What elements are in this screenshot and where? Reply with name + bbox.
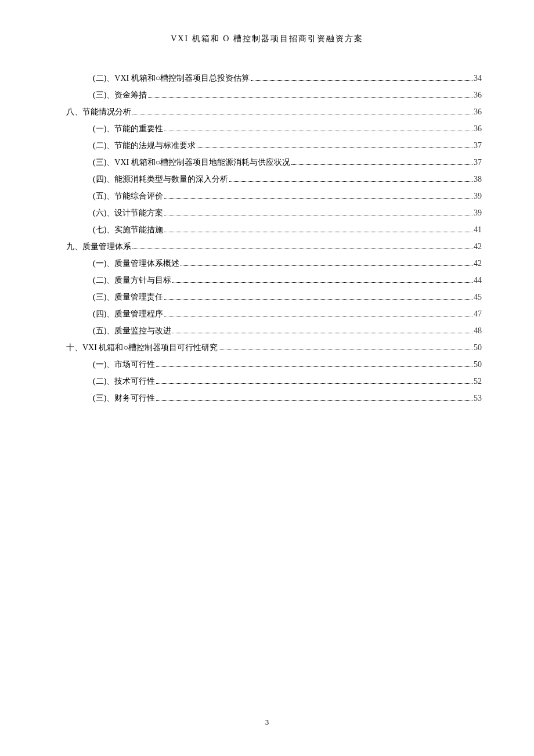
toc-entry-page: 39 — [474, 208, 482, 218]
toc-entry-label: 八、节能情况分析 — [66, 107, 131, 117]
toc-leader-dots — [132, 249, 472, 249]
toc-entry: (一)、市场可行性50 — [52, 359, 482, 370]
toc-entry-page: 36 — [474, 124, 482, 134]
toc-entry: (四)、质量管理程序47 — [52, 309, 482, 319]
toc-entry-label: (一)、节能的重要性 — [93, 124, 163, 134]
toc-entry: (二)、质量方针与目标44 — [52, 275, 482, 286]
toc-entry: (二)、节能的法规与标准要求37 — [52, 141, 482, 151]
toc-leader-dots — [164, 316, 472, 316]
toc-entry-page: 39 — [474, 192, 482, 201]
toc-entry-page: 38 — [474, 175, 482, 184]
toc-leader-dots — [164, 198, 472, 199]
toc-leader-dots — [172, 282, 472, 283]
toc-entry: 十、VXI 机箱和○槽控制器项目可行性研究50 — [52, 343, 482, 353]
toc-leader-dots — [156, 400, 472, 401]
toc-leader-dots — [181, 265, 472, 266]
toc-entry: (三)、资金筹措36 — [52, 90, 482, 100]
toc-entry-label: (三)、VXI 机箱和○槽控制器项目地能源消耗与供应状况 — [93, 157, 290, 168]
page-number: 3 — [265, 718, 269, 726]
toc-leader-dots — [197, 147, 472, 148]
toc-entry-page: 34 — [474, 74, 482, 83]
page-header: VXI 机箱和 O 槽控制器项目招商引资融资方案 — [0, 0, 534, 44]
toc-entry-label: (五)、质量监控与改进 — [93, 326, 171, 336]
toc-entry: (五)、质量监控与改进48 — [52, 326, 482, 336]
toc-entry-label: (六)、设计节能方案 — [93, 208, 163, 218]
toc-entry: 八、节能情况分析36 — [52, 107, 482, 117]
toc-leader-dots — [164, 131, 472, 131]
toc-entry-page: 41 — [474, 225, 482, 235]
toc-entry-label: 九、质量管理体系 — [66, 242, 131, 252]
toc-entry-page: 48 — [474, 326, 482, 336]
toc-leader-dots — [219, 350, 472, 350]
toc-entry: (三)、质量管理责任45 — [52, 292, 482, 303]
toc-entry-page: 37 — [474, 141, 482, 150]
toc-leader-dots — [291, 164, 472, 165]
toc-leader-dots — [164, 299, 472, 300]
toc-entry: (七)、实施节能措施41 — [52, 225, 482, 235]
toc-entry: (一)、质量管理体系概述42 — [52, 258, 482, 269]
toc-leader-dots — [132, 114, 472, 114]
toc-entry-label: (二)、节能的法规与标准要求 — [93, 141, 196, 151]
toc-leader-dots — [164, 232, 472, 232]
toc-leader-dots — [148, 97, 472, 98]
toc-entry: (三)、VXI 机箱和○槽控制器项目地能源消耗与供应状况37 — [52, 157, 482, 168]
toc-entry-label: (四)、质量管理程序 — [93, 309, 163, 319]
toc-entry: (二)、技术可行性52 — [52, 376, 482, 387]
toc-entry-page: 50 — [474, 360, 482, 369]
toc-entry-page: 42 — [474, 242, 482, 251]
toc-entry-label: 十、VXI 机箱和○槽控制器项目可行性研究 — [66, 343, 218, 353]
toc-leader-dots — [251, 80, 472, 81]
table-of-contents: (二)、VXI 机箱和○槽控制器项目总投资估算34(三)、资金筹措36八、节能情… — [0, 44, 534, 404]
toc-entry: (六)、设计节能方案39 — [52, 208, 482, 218]
toc-leader-dots — [172, 333, 472, 333]
page-footer: 3 — [0, 718, 534, 727]
toc-entry: (四)、能源消耗类型与数量的深入分析38 — [52, 174, 482, 185]
toc-entry-page: 37 — [474, 158, 482, 167]
toc-entry: (五)、节能综合评价39 — [52, 191, 482, 201]
toc-entry-label: (一)、质量管理体系概述 — [93, 258, 179, 269]
toc-entry-label: (二)、质量方针与目标 — [93, 275, 171, 286]
toc-entry-page: 45 — [474, 293, 482, 302]
toc-entry-label: (七)、实施节能措施 — [93, 225, 163, 235]
toc-entry-page: 42 — [474, 259, 482, 268]
toc-entry-label: (三)、质量管理责任 — [93, 292, 163, 303]
toc-entry-label: (四)、能源消耗类型与数量的深入分析 — [93, 174, 228, 185]
toc-entry-page: 36 — [474, 107, 482, 117]
toc-leader-dots — [229, 181, 472, 182]
toc-entry-label: (一)、市场可行性 — [93, 359, 155, 370]
toc-entry: (三)、财务可行性53 — [52, 393, 482, 404]
toc-entry-page: 47 — [474, 309, 482, 319]
toc-entry-label: (五)、节能综合评价 — [93, 191, 163, 201]
toc-entry-page: 44 — [474, 276, 482, 285]
toc-entry-page: 50 — [474, 343, 482, 352]
toc-leader-dots — [156, 366, 472, 367]
toc-entry-label: (三)、财务可行性 — [93, 393, 155, 404]
toc-entry-page: 52 — [474, 377, 482, 386]
toc-leader-dots — [164, 215, 472, 215]
toc-entry-page: 53 — [474, 394, 482, 403]
toc-entry: (二)、VXI 机箱和○槽控制器项目总投资估算34 — [52, 73, 482, 84]
toc-entry-label: (二)、VXI 机箱和○槽控制器项目总投资估算 — [93, 73, 250, 84]
header-title: VXI 机箱和 O 槽控制器项目招商引资融资方案 — [171, 34, 363, 43]
toc-entry: (一)、节能的重要性36 — [52, 124, 482, 134]
toc-entry: 九、质量管理体系42 — [52, 242, 482, 252]
toc-entry-page: 36 — [474, 91, 482, 100]
toc-leader-dots — [156, 383, 472, 384]
toc-entry-label: (三)、资金筹措 — [93, 90, 147, 100]
toc-entry-label: (二)、技术可行性 — [93, 376, 155, 387]
